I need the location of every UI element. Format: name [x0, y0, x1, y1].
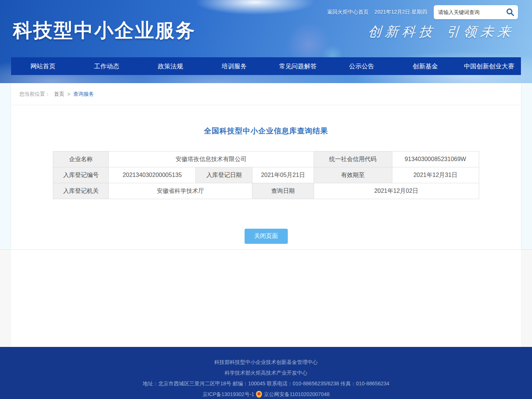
nav-item-notices[interactable]: 公示公告 [330, 57, 394, 75]
header-banner: 科技型中小企业服务 返回火炬中心首页 2021年12月2日 星期四 创新科技引领… [0, 0, 532, 83]
nav-item-faq[interactable]: 常见问题解答 [266, 57, 330, 75]
footer: 科技部科技型中小企业技术创新基金管理中心 科学技术部火炬高技术产业开发中心 地址… [0, 347, 532, 399]
content-band-lower [0, 249, 532, 347]
reg-authority-value: 安徽省科学技术厅 [109, 183, 252, 199]
breadcrumb-prefix: 您当前位置： [19, 91, 50, 98]
valid-until-value: 2021年12月31日 [392, 167, 479, 183]
return-torch-home-link[interactable]: 返回火炬中心首页 [327, 9, 369, 16]
footer-org-line-2: 科学技术部火炬高技术产业开发中心 [225, 368, 307, 378]
credit-code-value: 91340300085231069W [392, 151, 479, 167]
nav-item-competition[interactable]: 中国创新创业大赛 [457, 57, 521, 75]
page-title: 全国科技型中小企业信息库查询结果 [11, 126, 521, 136]
table-row-company: 企业名称 安徽塔孜信息技术有限公司 统一社会信用代码 9134030008523… [53, 151, 479, 167]
reg-number-label: 入库登记编号 [53, 167, 109, 183]
header-top-bar: 返回火炬中心首页 2021年12月2日 星期四 [327, 5, 518, 19]
footer-org-line-1: 科技部科技型中小企业技术创新基金管理中心 [214, 357, 318, 368]
current-date-text: 2021年12月2日 星期四 [375, 9, 427, 16]
search-icon [506, 8, 515, 17]
nav-item-fund[interactable]: 创新基金 [393, 57, 457, 75]
close-page-button[interactable]: 关闭页面 [245, 229, 288, 244]
credit-code-label: 统一社会信用代码 [314, 151, 392, 167]
nav-item-training[interactable]: 培训服务 [202, 57, 266, 75]
footer-legal-line: 京ICP备13019302号-1 京公网安备11010202007048 [202, 389, 330, 399]
breadcrumb-home-link[interactable]: 首页 [54, 91, 64, 98]
search-box [434, 5, 518, 19]
nav-item-home[interactable]: 网站首页 [11, 57, 75, 75]
search-input[interactable] [438, 9, 505, 15]
main-nav: 网站首页 工作动态 政策法规 培训服务 常见问题解答 公示公告 创新基金 中国创… [11, 57, 521, 75]
content-band-upper: 您当前位置： 首页 > 查询服务 全国科技型中小企业信息库查询结果 企业名称 安… [0, 83, 532, 249]
site-title: 科技型中小企业服务 [13, 18, 196, 44]
nav-item-news[interactable]: 工作动态 [75, 57, 139, 75]
company-name-label: 企业名称 [53, 151, 109, 167]
breadcrumb: 您当前位置： 首页 > 查询服务 [11, 83, 521, 105]
content-panel-lower [11, 250, 521, 347]
query-date-value: 2021年12月02日 [314, 183, 479, 199]
valid-until-label: 有效期至 [314, 167, 392, 183]
reg-number-value: 202134030200005135 [109, 167, 196, 183]
query-result-table: 企业名称 安徽塔孜信息技术有限公司 统一社会信用代码 9134030008523… [53, 151, 479, 199]
content-panel: 您当前位置： 首页 > 查询服务 全国科技型中小企业信息库查询结果 企业名称 安… [11, 83, 521, 249]
table-row-registration: 入库登记编号 202134030200005135 入库登记日期 2021年05… [53, 167, 479, 183]
police-record-link[interactable]: 京公网安备11010202007048 [264, 389, 330, 399]
header-top-links: 返回火炬中心首页 2021年12月2日 星期四 [327, 9, 427, 16]
query-date-label: 查询日期 [252, 183, 314, 199]
company-name-value: 安徽塔孜信息技术有限公司 [109, 151, 314, 167]
nav-item-policy[interactable]: 政策法规 [139, 57, 202, 75]
breadcrumb-separator: > [67, 91, 70, 97]
search-button[interactable] [505, 7, 515, 17]
footer-contact-line: 地址：北京市西城区三里河二区甲18号 邮编：100045 联系电话：010-88… [143, 378, 389, 389]
reg-date-label: 入库登记日期 [196, 167, 252, 183]
police-badge-icon [256, 391, 262, 398]
table-row-authority: 入库登记机关 安徽省科学技术厅 查询日期 2021年12月02日 [53, 183, 479, 199]
reg-authority-label: 入库登记机关 [53, 183, 109, 199]
icp-record-link[interactable]: 京ICP备13019302号-1 [202, 389, 254, 399]
reg-date-value: 2021年05月21日 [252, 167, 314, 183]
slogan-calligraphy: 创新科技引领未来 [367, 23, 515, 41]
slogan-part2: 引领未来 [446, 24, 515, 39]
slogan-part1: 创新科技 [368, 24, 437, 39]
breadcrumb-current-link[interactable]: 查询服务 [73, 91, 94, 98]
